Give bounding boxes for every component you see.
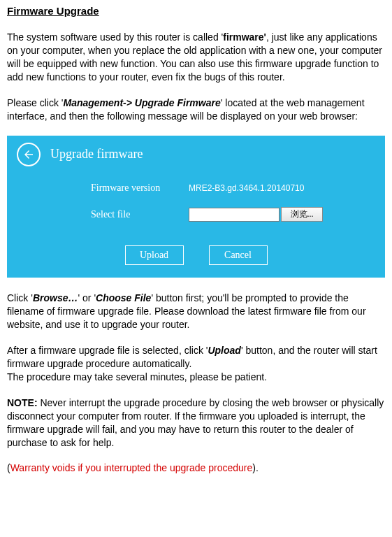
text-bi-choose-file: Choose File: [96, 292, 151, 303]
text: After a firmware upgrade file is selecte…: [7, 345, 208, 356]
label-firmware-version: Firmware version: [91, 182, 189, 195]
file-picker: 浏览...: [189, 207, 323, 222]
row-select-file: Select file 浏览...: [91, 207, 385, 222]
upgrade-firmware-panel: Upgrade firmware Firmware version MRE2-B…: [7, 136, 385, 278]
upload-button[interactable]: Upload: [125, 245, 184, 265]
text-bi-upload: Upload: [208, 345, 240, 356]
paragraph-nav: Please click 'Management-> Upgrade Firmw…: [7, 96, 385, 123]
panel-title: Upgrade firmware: [50, 145, 143, 162]
paragraph-browse: Click 'Browse…' or 'Choose File' button …: [7, 292, 385, 331]
row-firmware-version: Firmware version MRE2-B3.gd.3464.1.20140…: [91, 182, 385, 195]
button-row: Upload Cancel: [7, 245, 385, 265]
text-bold-firmware: firmware': [223, 31, 266, 43]
text-bi-browse: Browse…: [33, 292, 78, 303]
paragraph-warranty: (Warranty voids if you interrupted the u…: [7, 461, 385, 475]
page-title: Firmware Upgrade: [7, 4, 385, 18]
cancel-button[interactable]: Cancel: [209, 245, 268, 265]
back-button[interactable]: [17, 143, 41, 166]
paragraph-upload: After a firmware upgrade file is selecte…: [7, 344, 385, 371]
file-path-input[interactable]: [189, 208, 280, 222]
text: Never interrupt the upgrade procedure by…: [7, 397, 384, 448]
text: Click ': [7, 292, 33, 303]
text-bi-menu-path: Management-> Upgrade Firmware: [63, 97, 220, 108]
text: ).: [252, 462, 259, 473]
value-firmware-version: MRE2-B3.gd.3464.1.20140710: [189, 182, 304, 194]
text-bold-note: NOTE:: [7, 397, 38, 408]
panel-header: Upgrade firmware: [7, 136, 385, 182]
text: Please click ': [7, 97, 63, 108]
text: ' or ': [78, 292, 96, 303]
paragraph-note: NOTE: Never interrupt the upgrade proced…: [7, 396, 385, 450]
text-red-warranty: Warranty voids if you interrupted the up…: [10, 462, 253, 473]
arrow-left-icon: [22, 148, 35, 161]
label-select-file: Select file: [91, 208, 189, 222]
paragraph-patience: The procedure may take several minutes, …: [7, 371, 385, 384]
form-block: Firmware version MRE2-B3.gd.3464.1.20140…: [91, 182, 385, 222]
paragraph-intro: The system software used by this router …: [7, 31, 385, 84]
text: The system software used by this router …: [7, 31, 223, 43]
browse-button[interactable]: 浏览...: [281, 207, 323, 222]
